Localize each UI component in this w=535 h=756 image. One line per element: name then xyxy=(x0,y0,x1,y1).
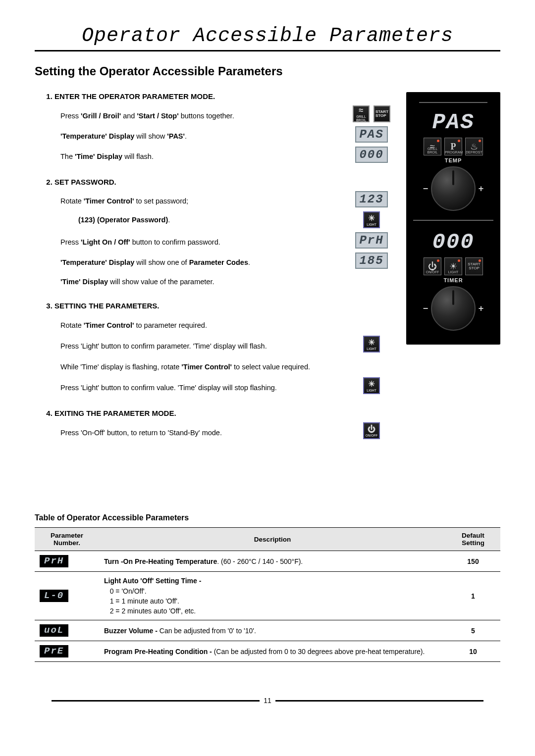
grill-start-pair-icon: ≈GRILLBROIL STARTSTOP xyxy=(353,105,390,122)
param-description: Turn -On Pre-Heating Temperature. (60 - … xyxy=(99,551,446,572)
on-off-button[interactable]: ⏻ON/OFF xyxy=(424,257,441,275)
step-line: (123) (Operator Password). xyxy=(60,215,170,225)
light-button-icon: ☀LIGHT xyxy=(363,377,380,394)
lcd-value-PAS: PAS xyxy=(355,126,388,143)
param-code: PrH xyxy=(35,551,99,572)
light-button[interactable]: ☀LIGHT xyxy=(363,211,380,228)
table-title: Table of Operator Accessible Parameters xyxy=(35,513,500,522)
step-1: Enter the Operator Parameter Mode.Press … xyxy=(54,92,391,167)
program-button[interactable]: PPROGRAM xyxy=(444,138,462,155)
table-row: PrHTurn -On Pre-Heating Temperature. (60… xyxy=(35,551,500,572)
param-default: 1 xyxy=(446,572,500,620)
table-row: PrEProgram Pre-Heating Condition - (Can … xyxy=(35,641,500,662)
temp-minus[interactable]: − xyxy=(422,184,429,194)
defrost-button[interactable]: ♨DEFROST xyxy=(465,138,483,155)
lcd-value-PrH: PrH xyxy=(355,232,388,249)
param-description: Buzzer Volume - Can be adjusted from '0'… xyxy=(99,620,446,641)
instructions-column: Enter the Operator Parameter Mode.Press … xyxy=(35,92,391,454)
param-code: L-0 xyxy=(35,572,99,620)
page-number: 11 xyxy=(264,697,271,705)
step-title: Set Password. xyxy=(54,178,391,186)
step-line: Press 'Grill / Broil' and 'Start / Stop'… xyxy=(60,111,234,121)
param-description: Light Auto 'Off' Setting Time - 0 = 'On/… xyxy=(99,572,446,620)
step-title: Enter the Operator Parameter Mode. xyxy=(54,92,391,101)
param-code: PrE xyxy=(35,641,99,662)
section-title: Setting the Operator Accessible Paramete… xyxy=(35,64,500,78)
lcd-value-123: 123 xyxy=(355,191,388,207)
col-header-default: Default Setting xyxy=(446,528,500,551)
timer-dial[interactable] xyxy=(431,286,476,331)
param-code: uoL xyxy=(35,620,99,641)
top-button-row: ≈GRILL BROIL PPROGRAM ♨DEFROST xyxy=(412,138,494,155)
step-3: Setting the Parameters.Rotate 'Timer Con… xyxy=(54,302,391,398)
step-line: 'Temperature' Display will show one of P… xyxy=(60,257,250,267)
light-button[interactable]: ☀LIGHT xyxy=(444,257,462,275)
light-button-icon: ☀LIGHT xyxy=(363,336,380,353)
timer-plus[interactable]: + xyxy=(478,303,484,314)
step-4: Exiting the Parameter Mode.Press 'On-Off… xyxy=(54,409,391,443)
step-line: Rotate 'Timer Control' to parameter requ… xyxy=(60,320,207,330)
temp-plus[interactable]: + xyxy=(478,184,484,194)
grill-broil-button[interactable]: ≈GRILLBROIL xyxy=(353,105,370,122)
table-row: L-0Light Auto 'Off' Setting Time - 0 = '… xyxy=(35,572,500,620)
start-stop-button[interactable]: STARTSTOP xyxy=(374,105,390,122)
param-default: 150 xyxy=(446,551,500,572)
grill-broil-button[interactable]: ≈GRILL BROIL xyxy=(424,138,441,155)
step-title: Setting the Parameters. xyxy=(54,302,391,310)
step-line: Press 'Light On / Off' button to confirm… xyxy=(60,237,220,247)
light-button[interactable]: ☀LIGHT xyxy=(363,336,380,353)
step-line: Press 'Light' button to confirm paramete… xyxy=(60,341,267,351)
light-button[interactable]: ☀LIGHT xyxy=(363,377,380,394)
temperature-display: PAS xyxy=(412,110,494,135)
light-button-icon: ☀LIGHT xyxy=(363,211,380,228)
step-line: While 'Time' display is flashing, rotate… xyxy=(60,362,310,372)
step-line: Rotate 'Timer Control' to set password; xyxy=(60,196,188,206)
param-default: 10 xyxy=(446,641,500,662)
col-header-description: Description xyxy=(99,528,446,551)
on-off-button[interactable]: ⏻ON/OFF xyxy=(363,422,380,439)
table-row: uoLBuzzer Volume - Can be adjusted from … xyxy=(35,620,500,641)
param-description: Program Pre-Heating Condition - (Can be … xyxy=(99,641,446,662)
power-button-icon: ⏻ON/OFF xyxy=(363,422,380,439)
parameter-table: Parameter Number. Description Default Se… xyxy=(35,527,500,662)
timer-label: TIMER xyxy=(412,277,494,283)
control-panel: PAS ≈GRILL BROIL PPROGRAM ♨DEFROST TEMP … xyxy=(406,92,500,345)
step-2: Set Password.Rotate 'Timer Control' to s… xyxy=(54,178,391,291)
lcd-value-185: 185 xyxy=(355,252,388,269)
temp-dial[interactable] xyxy=(431,166,476,211)
timer-minus[interactable]: − xyxy=(422,303,429,314)
step-line: Press 'Light' button to confirm value. '… xyxy=(60,383,277,393)
temp-label: TEMP xyxy=(412,157,494,163)
bottom-button-row: ⏻ON/OFF ☀LIGHT STARTSTOP xyxy=(412,257,494,275)
page-title: Operator Accessible Parameters xyxy=(35,25,500,51)
col-header-number: Parameter Number. xyxy=(35,528,99,551)
step-line: 'Temperature' Display will show 'PAS'. xyxy=(60,131,187,141)
step-line: Press 'On-Off' button, to return to 'Sta… xyxy=(60,428,222,438)
param-default: 5 xyxy=(446,620,500,641)
start-stop-button[interactable]: STARTSTOP xyxy=(465,257,483,275)
lcd-value-000: 000 xyxy=(355,147,388,163)
step-title: Exiting the Parameter Mode. xyxy=(54,409,391,417)
step-line: The 'Time' Display will flash. xyxy=(60,151,154,161)
time-display: 000 xyxy=(412,230,494,254)
step-line: 'Time' Display will show value of the pa… xyxy=(60,277,214,287)
